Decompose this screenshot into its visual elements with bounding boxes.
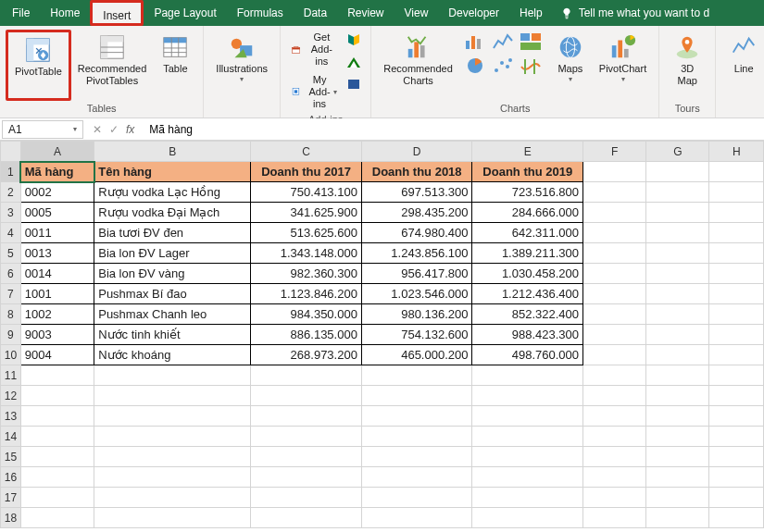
- cell[interactable]: [472, 427, 583, 447]
- menu-insert[interactable]: Insert: [90, 0, 144, 26]
- cell[interactable]: [646, 203, 709, 223]
- cell[interactable]: [583, 508, 646, 528]
- cell[interactable]: [361, 386, 472, 406]
- cell[interactable]: [583, 386, 646, 406]
- cell[interactable]: 697.513.300: [361, 182, 472, 203]
- cell[interactable]: [646, 447, 709, 467]
- cell[interactable]: [709, 203, 764, 223]
- cell[interactable]: Bia lon ĐV Lager: [94, 243, 251, 264]
- sparkline-line-button[interactable]: Line: [721, 30, 764, 101]
- cell[interactable]: [583, 427, 646, 447]
- cell[interactable]: [709, 467, 764, 488]
- cell[interactable]: [94, 386, 251, 406]
- cell[interactable]: Rượu vodka Lạc Hồng: [94, 182, 251, 203]
- cell[interactable]: [709, 447, 764, 467]
- cell[interactable]: Doanh thu 2017: [251, 162, 362, 182]
- cell[interactable]: 956.417.800: [361, 264, 472, 284]
- cell[interactable]: [20, 508, 94, 528]
- cell[interactable]: [251, 406, 362, 427]
- cell[interactable]: 513.625.600: [251, 223, 362, 243]
- menu-page-layout[interactable]: Page Layout: [144, 0, 226, 26]
- cell[interactable]: [361, 447, 472, 467]
- recommended-charts-button[interactable]: Recommended Charts: [377, 30, 459, 101]
- cell[interactable]: 1.389.211.300: [472, 243, 583, 264]
- cell[interactable]: Rượu vodka Đại Mạch: [94, 203, 251, 223]
- cell[interactable]: [646, 162, 709, 182]
- row-header[interactable]: 11: [1, 365, 21, 386]
- cell[interactable]: 1.030.458.200: [472, 264, 583, 284]
- cell[interactable]: Tên hàng: [94, 162, 251, 182]
- cell[interactable]: [709, 427, 764, 447]
- cell[interactable]: 982.360.300: [251, 264, 362, 284]
- cell[interactable]: [361, 427, 472, 447]
- cell[interactable]: [709, 264, 764, 284]
- cell[interactable]: 0013: [20, 243, 94, 264]
- cell[interactable]: [361, 488, 472, 508]
- cell[interactable]: Doanh thu 2018: [361, 162, 472, 182]
- cell[interactable]: 268.973.200: [251, 345, 362, 365]
- menu-file[interactable]: File: [2, 0, 40, 26]
- cell[interactable]: 0002: [20, 182, 94, 203]
- cell[interactable]: [361, 365, 472, 386]
- row-header[interactable]: 18: [1, 508, 21, 528]
- cell[interactable]: [646, 467, 709, 488]
- cell[interactable]: Pushmax Bí đao: [94, 284, 251, 304]
- maps-button[interactable]: Maps ▾: [548, 30, 593, 101]
- cell[interactable]: [709, 162, 764, 182]
- cell[interactable]: 723.516.800: [472, 182, 583, 203]
- cell[interactable]: [472, 365, 583, 386]
- cell[interactable]: 642.311.000: [472, 223, 583, 243]
- enter-icon[interactable]: ✓: [109, 123, 119, 136]
- cell[interactable]: [583, 284, 646, 304]
- cell[interactable]: 754.132.600: [361, 325, 472, 345]
- cell[interactable]: 674.980.400: [361, 223, 472, 243]
- recommended-pivottables-button[interactable]: Recommended PivotTables: [71, 30, 154, 101]
- column-header-A[interactable]: A: [20, 142, 94, 162]
- row-header[interactable]: 3: [1, 203, 21, 223]
- line-chart-icon[interactable]: [491, 31, 515, 52]
- row-header[interactable]: 5: [1, 243, 21, 264]
- cell[interactable]: [94, 406, 251, 427]
- cell[interactable]: 298.435.200: [361, 203, 472, 223]
- row-header[interactable]: 15: [1, 447, 21, 467]
- table-button[interactable]: Table: [153, 30, 197, 101]
- cell[interactable]: 1002: [20, 304, 94, 325]
- column-header-E[interactable]: E: [472, 142, 583, 162]
- cell[interactable]: 284.666.000: [472, 203, 583, 223]
- cell[interactable]: [646, 386, 709, 406]
- cell[interactable]: 1001: [20, 284, 94, 304]
- column-header-F[interactable]: F: [583, 142, 646, 162]
- cell[interactable]: 0014: [20, 264, 94, 284]
- cell[interactable]: Nước khoáng: [94, 345, 251, 365]
- cell[interactable]: [646, 345, 709, 365]
- cell[interactable]: [583, 243, 646, 264]
- cell[interactable]: [20, 386, 94, 406]
- cell[interactable]: [709, 182, 764, 203]
- menu-formulas[interactable]: Formulas: [227, 0, 294, 26]
- row-header[interactable]: 13: [1, 406, 21, 427]
- column-header-G[interactable]: G: [646, 142, 709, 162]
- cell[interactable]: [709, 488, 764, 508]
- row-header[interactable]: 1: [1, 162, 21, 182]
- cell[interactable]: [709, 243, 764, 264]
- cell[interactable]: [472, 467, 583, 488]
- 3d-map-button[interactable]: 3D Map: [665, 30, 709, 101]
- column-header-B[interactable]: B: [94, 142, 251, 162]
- cell[interactable]: 984.350.000: [251, 304, 362, 325]
- menu-help[interactable]: Help: [509, 0, 553, 26]
- cell[interactable]: [646, 427, 709, 447]
- menu-home[interactable]: Home: [40, 0, 90, 26]
- cell[interactable]: 498.760.000: [472, 345, 583, 365]
- my-addins-button[interactable]: My Add-ins ▾: [286, 72, 343, 113]
- cell[interactable]: [583, 365, 646, 386]
- cell[interactable]: 988.423.300: [472, 325, 583, 345]
- cell[interactable]: [646, 304, 709, 325]
- cell[interactable]: 0011: [20, 223, 94, 243]
- cell[interactable]: [94, 447, 251, 467]
- cell[interactable]: 886.135.000: [251, 325, 362, 345]
- cell[interactable]: [472, 488, 583, 508]
- cell[interactable]: [251, 427, 362, 447]
- column-header-H[interactable]: H: [709, 142, 764, 162]
- select-all-corner[interactable]: [1, 142, 21, 162]
- row-header[interactable]: 16: [1, 467, 21, 488]
